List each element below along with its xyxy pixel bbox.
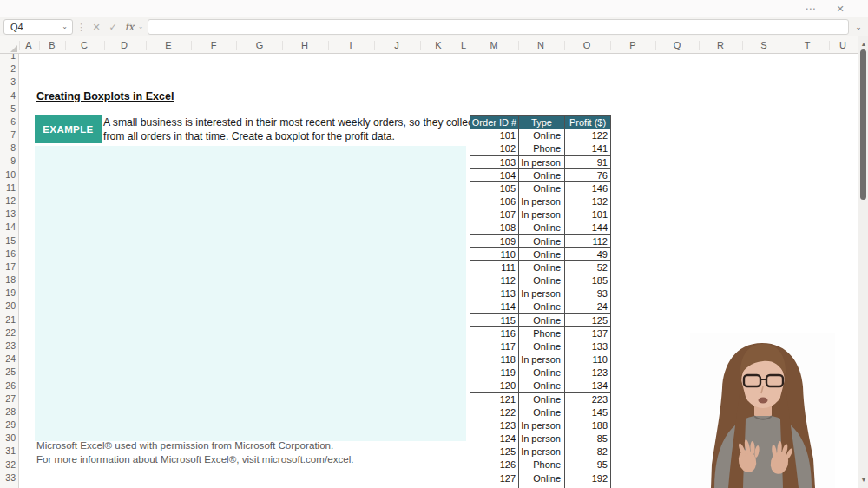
row-header-30[interactable]: 30 bbox=[0, 432, 16, 445]
cell-profit[interactable]: 122 bbox=[565, 129, 611, 142]
close-icon[interactable]: ✕ bbox=[830, 0, 851, 17]
cell-type[interactable]: Phone bbox=[519, 327, 565, 340]
column-header-H[interactable]: H bbox=[301, 36, 308, 54]
cell-type[interactable]: In person bbox=[519, 419, 565, 432]
cell-type[interactable]: Online bbox=[519, 261, 565, 274]
col-profit-header[interactable]: Profit ($) bbox=[565, 116, 611, 129]
cell-profit[interactable]: 145 bbox=[565, 406, 611, 419]
column-header-A[interactable]: A bbox=[25, 36, 31, 54]
column-header-G[interactable]: G bbox=[256, 36, 264, 54]
table-row[interactable]: 127Online192 bbox=[470, 472, 611, 485]
cell-order-id[interactable]: 118 bbox=[470, 353, 519, 366]
cell-profit[interactable]: 52 bbox=[565, 261, 611, 274]
cell-profit[interactable]: 125 bbox=[565, 314, 611, 327]
name-box[interactable]: Q4 ⌄ bbox=[3, 19, 73, 35]
row-header-11[interactable]: 11 bbox=[0, 181, 16, 195]
cell-order-id[interactable]: 108 bbox=[470, 221, 519, 234]
row-header-6[interactable]: 6 bbox=[0, 115, 16, 129]
column-header-N[interactable]: N bbox=[537, 36, 544, 54]
row-header-22[interactable]: 22 bbox=[0, 326, 16, 340]
cell-order-id[interactable]: 116 bbox=[470, 327, 519, 340]
table-row[interactable]: 106In person132 bbox=[470, 195, 611, 208]
cell-type[interactable]: Online bbox=[519, 472, 565, 485]
cell-order-id[interactable]: 111 bbox=[470, 261, 519, 274]
cell-type[interactable]: Online bbox=[519, 406, 565, 419]
cell-type[interactable]: Online bbox=[519, 379, 565, 392]
column-header-L[interactable]: L bbox=[461, 36, 466, 54]
cell-profit[interactable]: 144 bbox=[565, 221, 611, 234]
cell-profit[interactable]: 24 bbox=[565, 300, 611, 313]
cell-profit[interactable]: 188 bbox=[565, 419, 611, 432]
table-row[interactable]: 117Online133 bbox=[470, 340, 611, 353]
row-header-1[interactable]: 1 bbox=[0, 54, 16, 63]
cell-type[interactable]: Online bbox=[519, 221, 565, 234]
table-row[interactable]: 107In person101 bbox=[470, 208, 611, 221]
row-header-31[interactable]: 31 bbox=[0, 445, 16, 458]
column-header-K[interactable]: K bbox=[435, 36, 441, 54]
cell-type[interactable]: In person bbox=[519, 353, 565, 366]
col-order-id-header[interactable]: Order ID # bbox=[470, 116, 519, 129]
cell-type[interactable]: In person bbox=[519, 445, 565, 458]
column-header-J[interactable]: J bbox=[394, 36, 399, 54]
cell-profit[interactable]: 134 bbox=[565, 379, 611, 392]
row-header-33[interactable]: 33 bbox=[0, 472, 16, 485]
row-header-16[interactable]: 16 bbox=[0, 247, 16, 260]
cell-order-id[interactable]: 119 bbox=[470, 366, 519, 379]
cell-type[interactable]: Online bbox=[519, 314, 565, 327]
orders-table[interactable]: Order ID #TypeProfit ($)101Online122102P… bbox=[470, 115, 611, 488]
row-header-10[interactable]: 10 bbox=[0, 168, 16, 181]
cell-type[interactable]: In person bbox=[519, 156, 565, 169]
table-row[interactable]: 118In person110 bbox=[470, 353, 611, 366]
table-row[interactable]: 122Online145 bbox=[470, 406, 611, 419]
table-row[interactable]: 120Online134 bbox=[470, 379, 611, 392]
row-header-27[interactable]: 27 bbox=[0, 392, 16, 406]
column-header-F[interactable]: F bbox=[211, 36, 217, 54]
row-header-7[interactable]: 7 bbox=[0, 129, 16, 142]
row-header-19[interactable]: 19 bbox=[0, 287, 16, 300]
cell-order-id[interactable]: 126 bbox=[470, 458, 519, 472]
table-row[interactable]: 109Online112 bbox=[470, 235, 611, 248]
cell-profit[interactable]: 101 bbox=[565, 208, 611, 221]
worksheet-grid[interactable]: 1234567891011121314151617181920212223242… bbox=[0, 54, 858, 488]
column-header-C[interactable]: C bbox=[81, 36, 88, 54]
cell-order-id[interactable]: 109 bbox=[470, 235, 519, 248]
insert-function-icon[interactable]: fx bbox=[122, 19, 136, 35]
vertical-scrollbar[interactable]: ▲ ▼ bbox=[858, 36, 868, 488]
row-header-12[interactable]: 12 bbox=[0, 195, 16, 208]
cell-profit[interactable]: 123 bbox=[565, 366, 611, 379]
cell-profit[interactable]: 76 bbox=[565, 169, 611, 182]
row-header-2[interactable]: 2 bbox=[0, 63, 16, 76]
cell-type[interactable]: Online bbox=[519, 169, 565, 182]
table-row[interactable]: 121Online223 bbox=[470, 393, 611, 406]
column-header-I[interactable]: I bbox=[349, 36, 352, 54]
table-row[interactable]: 116Phone137 bbox=[470, 327, 611, 340]
cell-order-id[interactable]: 106 bbox=[470, 195, 519, 208]
row-header-5[interactable]: 5 bbox=[0, 102, 16, 115]
cell-order-id[interactable]: 107 bbox=[470, 208, 519, 221]
column-header-U[interactable]: U bbox=[839, 36, 846, 54]
row-header-32[interactable]: 32 bbox=[0, 458, 16, 472]
cell-type[interactable]: In person bbox=[519, 208, 565, 221]
cell-profit[interactable]: 141 bbox=[565, 142, 611, 155]
cell-order-id[interactable]: 110 bbox=[470, 248, 519, 261]
column-header-R[interactable]: R bbox=[717, 36, 724, 54]
cell-type[interactable]: Online bbox=[519, 129, 565, 142]
cell-type[interactable]: Online bbox=[519, 300, 565, 313]
cell-order-id[interactable]: 127 bbox=[470, 472, 519, 485]
cell-order-id[interactable]: 104 bbox=[470, 169, 519, 182]
table-row[interactable]: 102Phone141 bbox=[470, 142, 611, 155]
row-header-25[interactable]: 25 bbox=[0, 366, 16, 379]
row-header-24[interactable]: 24 bbox=[0, 353, 16, 366]
row-header-8[interactable]: 8 bbox=[0, 142, 16, 155]
cell-profit[interactable]: 95 bbox=[565, 458, 611, 472]
table-row[interactable]: 115Online125 bbox=[470, 314, 611, 327]
table-row[interactable]: 124In person85 bbox=[470, 432, 611, 445]
cell-order-id[interactable]: 117 bbox=[470, 340, 519, 353]
cell-profit[interactable]: 112 bbox=[565, 235, 611, 248]
column-header-T[interactable]: T bbox=[805, 36, 811, 54]
cell-profit[interactable]: 146 bbox=[565, 182, 611, 195]
row-header-20[interactable]: 20 bbox=[0, 300, 16, 313]
row-header-15[interactable]: 15 bbox=[0, 234, 16, 247]
row-header-9[interactable]: 9 bbox=[0, 155, 16, 168]
select-all-icon[interactable] bbox=[10, 45, 17, 52]
